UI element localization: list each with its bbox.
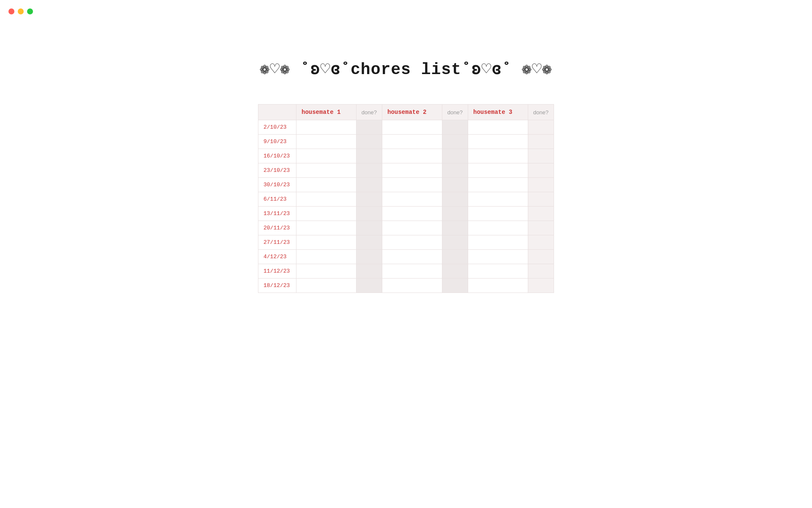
housemate1-task-cell[interactable] xyxy=(296,207,357,221)
housemate1-task-cell[interactable] xyxy=(296,149,357,163)
housemate2-task-cell[interactable] xyxy=(382,279,442,293)
housemate3-task-cell[interactable] xyxy=(468,120,528,135)
housemate2-task-cell[interactable] xyxy=(382,207,442,221)
done1-cell[interactable] xyxy=(356,178,382,192)
done2-cell[interactable] xyxy=(442,207,468,221)
table-row[interactable]: 9/10/23 xyxy=(258,135,554,149)
minimize-button[interactable] xyxy=(18,8,24,14)
done2-column-header: done? xyxy=(442,105,468,120)
done2-cell[interactable] xyxy=(442,221,468,235)
done3-cell[interactable] xyxy=(528,264,554,279)
done2-cell[interactable] xyxy=(442,192,468,207)
done2-cell[interactable] xyxy=(442,264,468,279)
housemate1-task-cell[interactable] xyxy=(296,120,357,135)
housemate3-task-cell[interactable] xyxy=(468,192,528,207)
date-cell: 20/11/23 xyxy=(258,221,296,235)
done2-cell[interactable] xyxy=(442,279,468,293)
done3-cell[interactable] xyxy=(528,192,554,207)
housemate2-task-cell[interactable] xyxy=(382,221,442,235)
done3-cell[interactable] xyxy=(528,178,554,192)
housemate2-task-cell[interactable] xyxy=(382,178,442,192)
housemate2-task-cell[interactable] xyxy=(382,235,442,250)
chores-table: housemate 1 done? housemate 2 done? hous… xyxy=(258,104,554,293)
done2-cell[interactable] xyxy=(442,178,468,192)
table-row[interactable]: 27/11/23 xyxy=(258,235,554,250)
table-header-row: housemate 1 done? housemate 2 done? hous… xyxy=(258,105,554,120)
housemate2-task-cell[interactable] xyxy=(382,135,442,149)
housemate2-task-cell[interactable] xyxy=(382,149,442,163)
done1-cell[interactable] xyxy=(356,221,382,235)
housemate1-task-cell[interactable] xyxy=(296,178,357,192)
housemate1-task-cell[interactable] xyxy=(296,235,357,250)
housemate1-task-cell[interactable] xyxy=(296,250,357,264)
date-cell: 27/11/23 xyxy=(258,235,296,250)
date-cell: 30/10/23 xyxy=(258,178,296,192)
done1-cell[interactable] xyxy=(356,264,382,279)
done1-cell[interactable] xyxy=(356,163,382,178)
done3-cell[interactable] xyxy=(528,163,554,178)
done3-cell[interactable] xyxy=(528,149,554,163)
housemate2-task-cell[interactable] xyxy=(382,264,442,279)
done1-cell[interactable] xyxy=(356,135,382,149)
housemate3-task-cell[interactable] xyxy=(468,135,528,149)
housemate3-task-cell[interactable] xyxy=(468,207,528,221)
table-row[interactable]: 4/12/23 xyxy=(258,250,554,264)
housemate2-task-cell[interactable] xyxy=(382,120,442,135)
done2-cell[interactable] xyxy=(442,163,468,178)
housemate1-task-cell[interactable] xyxy=(296,279,357,293)
done3-cell[interactable] xyxy=(528,120,554,135)
table-row[interactable]: 2/10/23 xyxy=(258,120,554,135)
done2-cell[interactable] xyxy=(442,250,468,264)
done1-cell[interactable] xyxy=(356,120,382,135)
done3-cell[interactable] xyxy=(528,135,554,149)
done3-cell[interactable] xyxy=(528,279,554,293)
done1-cell[interactable] xyxy=(356,279,382,293)
done2-cell[interactable] xyxy=(442,120,468,135)
table-row[interactable]: 6/11/23 xyxy=(258,192,554,207)
maximize-button[interactable] xyxy=(27,8,33,14)
housemate3-task-cell[interactable] xyxy=(468,149,528,163)
housemate3-task-cell[interactable] xyxy=(468,221,528,235)
housemate2-task-cell[interactable] xyxy=(382,192,442,207)
housemate1-task-cell[interactable] xyxy=(296,221,357,235)
housemate3-task-cell[interactable] xyxy=(468,178,528,192)
table-row[interactable]: 13/11/23 xyxy=(258,207,554,221)
table-row[interactable]: 30/10/23 xyxy=(258,178,554,192)
housemate2-column-header: housemate 2 xyxy=(382,105,442,120)
date-cell: 23/10/23 xyxy=(258,163,296,178)
housemate1-task-cell[interactable] xyxy=(296,192,357,207)
done1-cell[interactable] xyxy=(356,192,382,207)
done3-cell[interactable] xyxy=(528,235,554,250)
housemate2-task-cell[interactable] xyxy=(382,250,442,264)
date-cell: 18/12/23 xyxy=(258,279,296,293)
done3-cell[interactable] xyxy=(528,250,554,264)
done3-cell[interactable] xyxy=(528,221,554,235)
done1-cell[interactable] xyxy=(356,235,382,250)
housemate3-task-cell[interactable] xyxy=(468,235,528,250)
close-button[interactable] xyxy=(8,8,14,14)
housemate1-task-cell[interactable] xyxy=(296,264,357,279)
done3-cell[interactable] xyxy=(528,207,554,221)
housemate3-task-cell[interactable] xyxy=(468,163,528,178)
done2-cell[interactable] xyxy=(442,135,468,149)
housemate3-task-cell[interactable] xyxy=(468,250,528,264)
done2-cell[interactable] xyxy=(442,149,468,163)
table-row[interactable]: 23/10/23 xyxy=(258,163,554,178)
done1-cell[interactable] xyxy=(356,149,382,163)
housemate1-task-cell[interactable] xyxy=(296,163,357,178)
done1-cell[interactable] xyxy=(356,250,382,264)
table-row[interactable]: 11/12/23 xyxy=(258,264,554,279)
done1-column-header: done? xyxy=(356,105,382,120)
housemate3-task-cell[interactable] xyxy=(468,264,528,279)
date-cell: 13/11/23 xyxy=(258,207,296,221)
table-row[interactable]: 18/12/23 xyxy=(258,279,554,293)
table-row[interactable]: 16/10/23 xyxy=(258,149,554,163)
housemate1-task-cell[interactable] xyxy=(296,135,357,149)
window-controls xyxy=(8,8,33,14)
done2-cell[interactable] xyxy=(442,235,468,250)
housemate3-task-cell[interactable] xyxy=(468,279,528,293)
housemate2-task-cell[interactable] xyxy=(382,163,442,178)
date-cell: 2/10/23 xyxy=(258,120,296,135)
table-row[interactable]: 20/11/23 xyxy=(258,221,554,235)
done1-cell[interactable] xyxy=(356,207,382,221)
